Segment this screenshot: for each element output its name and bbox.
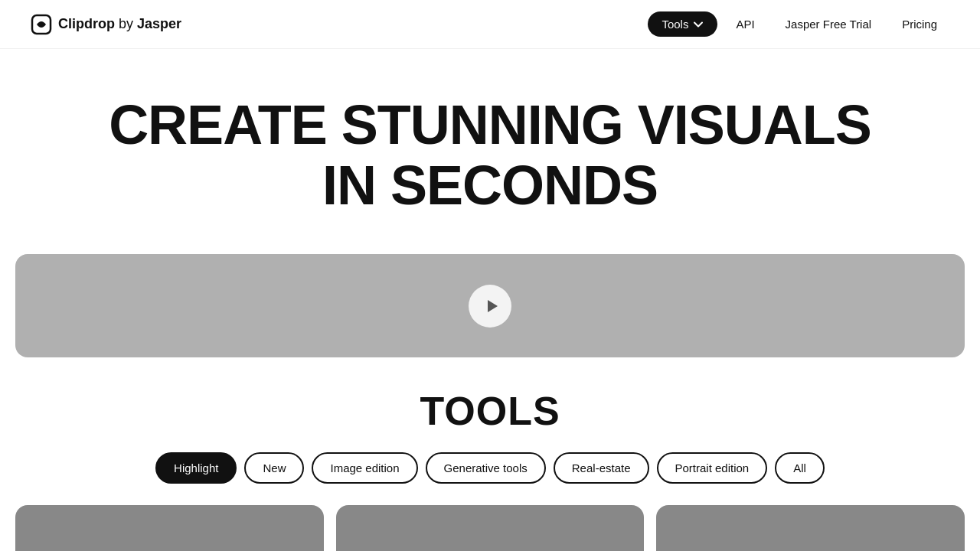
jasper-trial-link[interactable]: Jasper Free Trial xyxy=(773,11,884,37)
svg-marker-1 xyxy=(488,300,498,312)
tool-card-2[interactable] xyxy=(336,505,645,551)
navbar: Clipdrop by Jasper Tools API Jasper Free… xyxy=(0,0,980,49)
logo-text: Clipdrop by Jasper xyxy=(58,16,181,32)
filter-new[interactable]: New xyxy=(244,452,304,484)
hero-section: CREATE STUNNING VISUALS IN SECONDS xyxy=(0,49,980,239)
logo: Clipdrop by Jasper xyxy=(31,14,181,35)
filter-image-edition[interactable]: Image edition xyxy=(312,452,417,484)
api-link[interactable]: API xyxy=(724,11,766,37)
tools-section: TOOLS Highlight New Image edition Genera… xyxy=(0,357,980,551)
filter-all[interactable]: All xyxy=(775,452,825,484)
clipdrop-logo-icon xyxy=(31,14,52,35)
pricing-link[interactable]: Pricing xyxy=(890,11,949,37)
filter-pills: Highlight New Image edition Generative t… xyxy=(15,452,965,484)
filter-portrait-edition[interactable]: Portrait edition xyxy=(657,452,768,484)
play-icon xyxy=(483,298,500,315)
tool-cards-grid xyxy=(15,505,965,551)
chevron-down-icon xyxy=(693,19,704,30)
filter-real-estate[interactable]: Real-estate xyxy=(554,452,649,484)
filter-highlight[interactable]: Highlight xyxy=(155,452,237,484)
hero-title: CREATE STUNNING VISUALS IN SECONDS xyxy=(31,95,949,216)
tools-label: Tools xyxy=(662,18,688,31)
nav-links: Tools API Jasper Free Trial Pricing xyxy=(648,11,949,37)
play-button[interactable] xyxy=(469,285,511,328)
tool-card-1[interactable] xyxy=(15,505,324,551)
video-container xyxy=(15,254,965,357)
tools-section-title: TOOLS xyxy=(15,388,965,434)
filter-generative-tools[interactable]: Generative tools xyxy=(426,452,546,484)
tools-button[interactable]: Tools xyxy=(648,11,717,37)
tool-card-3[interactable] xyxy=(656,505,965,551)
